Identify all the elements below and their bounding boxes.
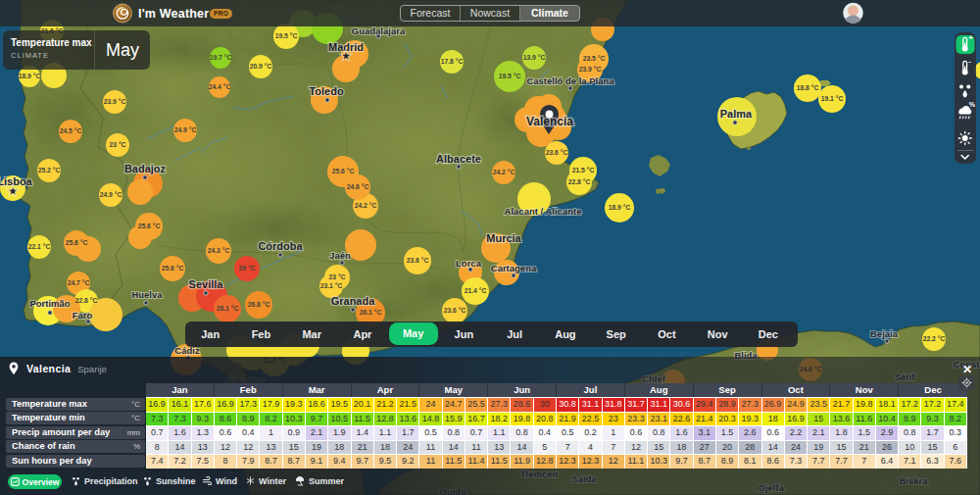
svg-text:Faro: Faro [73,310,93,321]
svg-text:22.2 °C: 22.2 °C [923,335,946,342]
svg-text:19.1 °C: 19.1 °C [821,95,844,102]
svg-text:19.7 °C: 19.7 °C [210,54,232,61]
svg-text:★: ★ [342,51,351,61]
svg-text:%: % [969,101,976,108]
svg-text:18.8 °C: 18.8 °C [797,84,819,91]
svg-text:18.9 °C: 18.9 °C [19,73,41,79]
svg-text:24.5 °C: 24.5 °C [60,127,82,134]
svg-text:24.2 °C: 24.2 °C [493,169,515,175]
svg-text:23 °C: 23 °C [328,273,345,280]
svg-text:22.1 °C: 22.1 °C [28,243,51,250]
svg-text:21.4 °C: 21.4 °C [465,287,487,294]
svg-text:25.2 °C: 25.2 °C [38,167,61,173]
svg-text:Alacant / Alicante: Alacant / Alicante [505,206,582,217]
svg-text:29 °C: 29 °C [238,265,255,272]
svg-text:22.8 °C: 22.8 °C [75,297,98,304]
svg-text:23.6 °C: 23.6 °C [546,149,568,156]
svg-text:25.6 °C: 25.6 °C [162,265,184,272]
svg-text:Huelva: Huelva [131,289,163,300]
svg-text:★: ★ [9,186,18,196]
svg-text:Castelló de la Plana: Castelló de la Plana [526,75,614,86]
svg-text:Palma: Palma [720,108,753,120]
svg-text:26.1 °C: 26.1 °C [360,309,382,316]
svg-text:Cartagena: Cartagena [491,263,537,273]
svg-text:22.8 °C: 22.8 °C [568,178,591,185]
svg-text:18.9 °C: 18.9 °C [609,204,631,211]
svg-text:24.7 °C: 24.7 °C [68,279,90,286]
svg-text:Badajoz: Badajoz [124,163,167,174]
svg-text:Granada: Granada [331,295,376,307]
svg-text:Bejaia: Bejaia [870,328,899,339]
svg-text:25.6 °C: 25.6 °C [66,239,88,246]
svg-text:Valencia: Valencia [526,115,573,128]
svg-text:Sevilla: Sevilla [189,278,224,290]
svg-text:24.6 °C: 24.6 °C [347,183,369,190]
svg-text:23.6 °C: 23.6 °C [444,307,466,314]
svg-text:28.1 °C: 28.1 °C [217,305,239,312]
svg-text:+: + [968,33,973,42]
svg-text:20.9 °C: 20.9 °C [250,63,272,70]
svg-text:13.9 °C: 13.9 °C [523,54,546,61]
svg-text:23.5 °C: 23.5 °C [583,55,606,62]
svg-text:24.3 °C: 24.3 °C [208,247,230,254]
svg-text:25.6 °C: 25.6 °C [332,168,355,174]
svg-text:24.2 °C: 24.2 °C [355,202,377,209]
svg-text:23.1 °C: 23.1 °C [320,282,343,289]
svg-text:Albacete: Albacete [436,153,481,165]
svg-text:24.9 °C: 24.9 °C [100,191,122,198]
svg-text:19.5 °C: 19.5 °C [499,73,521,79]
svg-text:23.9 °C: 23.9 °C [104,98,126,105]
svg-text:25.6 °C: 25.6 °C [138,223,161,229]
svg-text:21.5 °C: 21.5 °C [572,167,595,173]
svg-text:17.8 °C: 17.8 °C [441,58,464,65]
svg-text:24.4 °C: 24.4 °C [209,83,231,90]
svg-text:Murcia: Murcia [486,232,521,244]
svg-text:24.9 °C: 24.9 °C [174,126,197,133]
svg-text:Jaén: Jaén [329,250,351,261]
svg-text:23 °C: 23 °C [109,141,125,148]
svg-text:Portimão: Portimão [29,298,70,309]
svg-text:23.6 °C: 23.6 °C [407,257,429,264]
svg-text:19.5 °C: 19.5 °C [275,32,298,39]
svg-text:-: - [968,57,971,66]
svg-text:Córdoba: Córdoba [258,240,303,252]
svg-text:23.9 °C: 23.9 °C [579,66,602,73]
svg-text:Toledo: Toledo [309,85,344,97]
svg-text:Lorca: Lorca [456,258,482,269]
svg-text:26.8 °C: 26.8 °C [248,301,270,308]
